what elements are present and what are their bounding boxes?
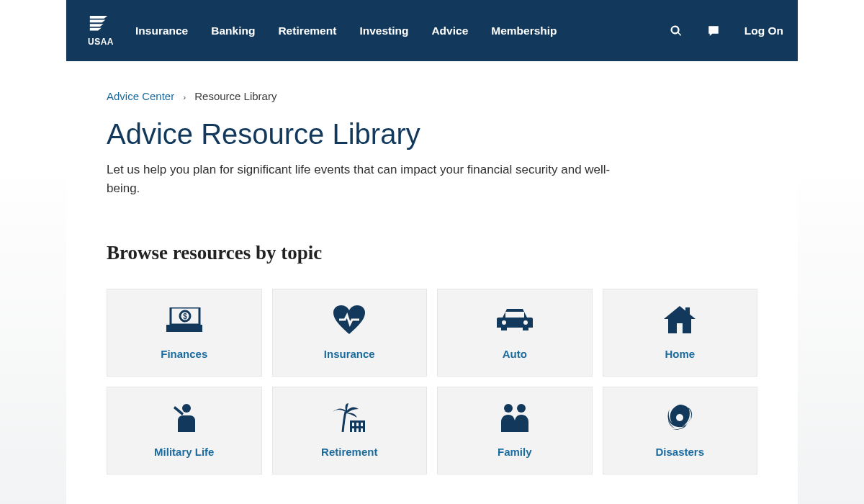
topic-label: Insurance xyxy=(324,348,375,360)
nav-investing[interactable]: Investing xyxy=(359,24,408,37)
breadcrumb-parent[interactable]: Advice Center xyxy=(107,90,174,102)
topic-label: Military Life xyxy=(154,446,214,458)
site-header: USAA Insurance Banking Retirement Invest… xyxy=(66,0,798,61)
svg-point-17 xyxy=(676,414,683,421)
hurricane-icon xyxy=(665,402,694,433)
topic-card-finances[interactable]: $ Finances xyxy=(107,289,262,377)
family-icon xyxy=(498,402,531,433)
section-heading: Browse resources by topic xyxy=(107,242,757,264)
breadcrumb: Advice Center › Resource Library xyxy=(107,90,757,102)
topic-label: Home xyxy=(665,348,695,360)
topic-label: Retirement xyxy=(321,446,377,458)
topic-label: Finances xyxy=(161,348,207,360)
topic-label: Family xyxy=(498,446,532,458)
svg-rect-13 xyxy=(350,420,365,423)
nav-insurance[interactable]: Insurance xyxy=(135,24,188,37)
chat-icon[interactable] xyxy=(707,24,720,37)
svg-rect-14 xyxy=(350,426,365,428)
primary-nav: Insurance Banking Retirement Investing A… xyxy=(135,24,557,37)
page-title: Advice Resource Library xyxy=(107,118,757,150)
main-content: Advice Center › Resource Library Advice … xyxy=(66,61,798,504)
salute-icon xyxy=(171,402,198,433)
svg-point-5 xyxy=(502,320,506,325)
search-icon[interactable] xyxy=(670,24,683,37)
nav-retirement[interactable]: Retirement xyxy=(278,24,336,37)
topic-card-military-life[interactable]: Military Life xyxy=(107,387,262,474)
page-subtitle: Let us help you plan for significant lif… xyxy=(107,161,625,199)
nav-membership[interactable]: Membership xyxy=(491,24,557,37)
eagle-logo-icon xyxy=(88,15,109,35)
chevron-right-icon: › xyxy=(183,93,186,102)
topic-grid: $ Finances Insurance Auto H xyxy=(107,289,757,474)
svg-point-6 xyxy=(523,320,528,325)
nav-banking[interactable]: Banking xyxy=(211,24,255,37)
palm-chair-icon xyxy=(333,402,366,433)
header-actions: Log On xyxy=(670,24,783,37)
breadcrumb-current: Resource Library xyxy=(194,90,276,102)
topic-card-insurance[interactable]: Insurance xyxy=(272,289,428,377)
svg-rect-7 xyxy=(685,307,690,315)
topic-card-auto[interactable]: Auto xyxy=(437,289,593,377)
car-icon xyxy=(497,305,533,335)
topic-card-home[interactable]: Home xyxy=(603,289,758,377)
svg-point-16 xyxy=(517,404,526,413)
topic-label: Disasters xyxy=(655,446,704,458)
svg-rect-4 xyxy=(505,312,524,318)
svg-point-15 xyxy=(504,404,513,413)
logon-link[interactable]: Log On xyxy=(744,24,783,37)
topic-label: Auto xyxy=(503,348,527,360)
topic-card-retirement[interactable]: Retirement xyxy=(272,387,428,474)
svg-point-8 xyxy=(182,404,191,413)
nav-advice[interactable]: Advice xyxy=(431,24,468,37)
house-icon xyxy=(664,305,696,335)
topic-card-disasters[interactable]: Disasters xyxy=(603,387,758,474)
heart-pulse-icon xyxy=(333,305,365,335)
money-icon: $ xyxy=(166,305,202,335)
brand-logo[interactable]: USAA xyxy=(88,15,114,47)
svg-text:$: $ xyxy=(183,312,187,320)
brand-name: USAA xyxy=(88,37,114,47)
topic-card-family[interactable]: Family xyxy=(437,387,593,474)
